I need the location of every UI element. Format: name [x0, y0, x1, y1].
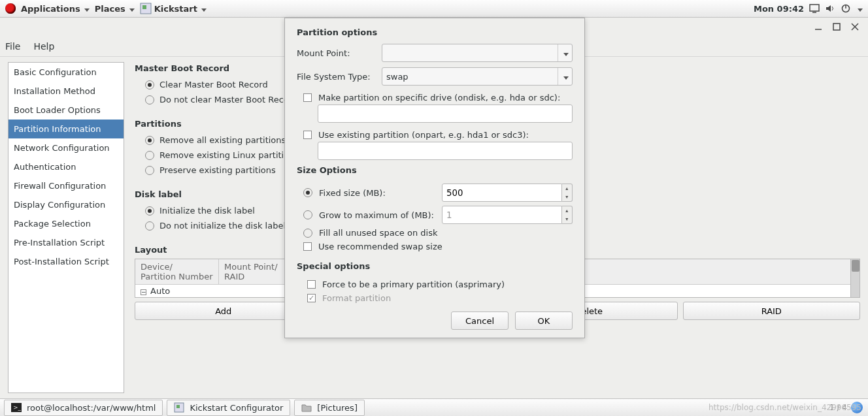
sidebar-item-basic[interactable]: Basic Configuration: [8, 63, 124, 82]
format-label: Format partition: [322, 293, 391, 303]
sidebar-item-install[interactable]: Installation Method: [8, 82, 124, 101]
fstype-combo[interactable]: swap: [382, 67, 573, 86]
sidebar-item-partition[interactable]: Partition Information: [8, 120, 124, 138]
dialog-title: Partition options: [297, 27, 573, 37]
raid-button[interactable]: RAID: [683, 302, 861, 320]
volume-icon[interactable]: [825, 4, 835, 13]
fill-label: Fill all unused space on disk: [319, 228, 573, 238]
active-app-menu[interactable]: Kickstart: [140, 3, 207, 14]
svg-rect-14: [176, 405, 180, 408]
section-sidebar: Basic Configuration Installation Method …: [8, 62, 124, 393]
radio-init-label[interactable]: [145, 206, 154, 216]
layout-scrollbar[interactable]: [851, 259, 860, 298]
radio-fill[interactable]: [303, 229, 312, 238]
sidebar-item-pre[interactable]: Pre-Installation Script: [8, 233, 124, 252]
terminal-icon: >_: [11, 403, 22, 412]
recswap-checkbox[interactable]: [303, 242, 312, 251]
radio-grow[interactable]: [303, 210, 312, 219]
ondisk-label: Make partition on specific drive (ondisk…: [318, 93, 560, 103]
menu-help[interactable]: Help: [33, 41, 54, 52]
gnome-top-panel: Applications Places Kickstart Mon 09:42: [0, 0, 868, 18]
sidebar-item-auth[interactable]: Authentication: [8, 157, 124, 176]
clock[interactable]: Mon 09:42: [754, 4, 804, 14]
folder-icon: [301, 403, 312, 412]
fixed-size-input[interactable]: [442, 184, 562, 202]
onpart-input[interactable]: [318, 142, 573, 160]
radio-remove-all[interactable]: [145, 136, 154, 145]
svg-rect-8: [833, 24, 840, 30]
partition-options-dialog: Partition options Mount Point: File Syst…: [284, 18, 585, 338]
label-remove-linux: Remove existing Linux partitions: [159, 150, 299, 160]
mount-point-label: Mount Point:: [297, 48, 376, 58]
ok-button[interactable]: OK: [515, 312, 573, 330]
recswap-label: Use recommended swap size: [318, 242, 442, 251]
gnome-bottom-panel: >_ root@localhost:/var/www/html Kickstar…: [0, 398, 868, 416]
label-noclear-mbr: Do not clear Master Boot Record: [159, 95, 297, 104]
workspace-switcher-icon[interactable]: [851, 402, 863, 413]
ondisk-checkbox[interactable]: [303, 93, 312, 102]
places-menu[interactable]: Places: [95, 4, 135, 14]
grow-label: Grow to maximum of (MB):: [319, 210, 435, 220]
applications-menu[interactable]: Applications: [21, 4, 90, 14]
fstype-label: File System Type:: [297, 72, 376, 82]
chevron-down-icon: [562, 72, 569, 82]
distro-logo-icon: [5, 3, 16, 14]
sidebar-item-post[interactable]: Post-Installation Script: [8, 252, 124, 271]
sidebar-item-packages[interactable]: Package Selection: [8, 214, 124, 233]
sidebar-item-firewall[interactable]: Firewall Configuration: [8, 176, 124, 195]
fixed-spin-buttons[interactable]: ▴▾: [562, 184, 573, 202]
fixed-label: Fixed size (MB):: [319, 188, 435, 198]
display-icon[interactable]: [809, 4, 820, 13]
label-noinit-label: Do not initialize the disk label: [159, 221, 286, 231]
svg-text:>_: >_: [13, 404, 22, 411]
task-kickstart[interactable]: Kickstart Configurator: [167, 400, 290, 416]
asprimary-label: Force to be a primary partition (asprima…: [322, 280, 505, 289]
label-init-label: Initialize the disk label: [159, 206, 255, 216]
grow-spin-buttons[interactable]: ▴▾: [562, 206, 573, 224]
cancel-button[interactable]: Cancel: [451, 312, 509, 330]
label-clear-mbr: Clear Master Boot Record: [159, 80, 268, 89]
chevron-down-icon: [562, 48, 569, 58]
expander-icon[interactable]: −: [141, 289, 146, 295]
sidebar-item-network[interactable]: Network Configuration: [8, 138, 124, 157]
svg-rect-1: [142, 5, 146, 9]
label-preserve: Preserve existing partitions: [159, 165, 276, 175]
radio-fixed-size[interactable]: [303, 188, 312, 197]
close-button[interactable]: [851, 23, 859, 31]
pager-text: 1 / 4: [829, 403, 847, 412]
radio-noclear-mbr[interactable]: [145, 95, 154, 104]
svg-marker-4: [826, 5, 831, 12]
kickstart-icon: [140, 3, 152, 14]
size-heading: Size Options: [297, 165, 573, 175]
maximize-button[interactable]: [833, 23, 841, 31]
minimize-button[interactable]: [814, 23, 822, 31]
grow-size-input[interactable]: [442, 206, 562, 224]
radio-clear-mbr[interactable]: [145, 80, 154, 89]
mount-point-combo[interactable]: [382, 44, 573, 62]
menu-file[interactable]: File: [5, 41, 20, 52]
format-checkbox: [307, 294, 316, 302]
svg-rect-2: [810, 5, 819, 11]
sidebar-item-display[interactable]: Display Configuration: [8, 195, 124, 214]
task-pictures[interactable]: [Pictures]: [294, 400, 365, 416]
ondisk-input[interactable]: [318, 104, 573, 123]
onpart-checkbox[interactable]: [303, 131, 312, 139]
radio-noinit-label[interactable]: [145, 221, 154, 231]
sidebar-item-bootloader[interactable]: Boot Loader Options: [8, 101, 124, 120]
radio-preserve[interactable]: [145, 166, 154, 175]
system-menu-chevron-icon[interactable]: [856, 4, 863, 14]
kickstart-icon: [174, 402, 184, 413]
task-terminal[interactable]: >_ root@localhost:/var/www/html: [4, 400, 163, 416]
label-remove-all: Remove all existing partitions: [159, 135, 286, 145]
asprimary-checkbox[interactable]: [307, 280, 316, 289]
radio-remove-linux[interactable]: [145, 151, 154, 160]
power-icon[interactable]: [841, 3, 851, 14]
onpart-label: Use existing partition (onpart, e.g. hda…: [318, 130, 529, 140]
special-heading: Special options: [297, 261, 573, 271]
